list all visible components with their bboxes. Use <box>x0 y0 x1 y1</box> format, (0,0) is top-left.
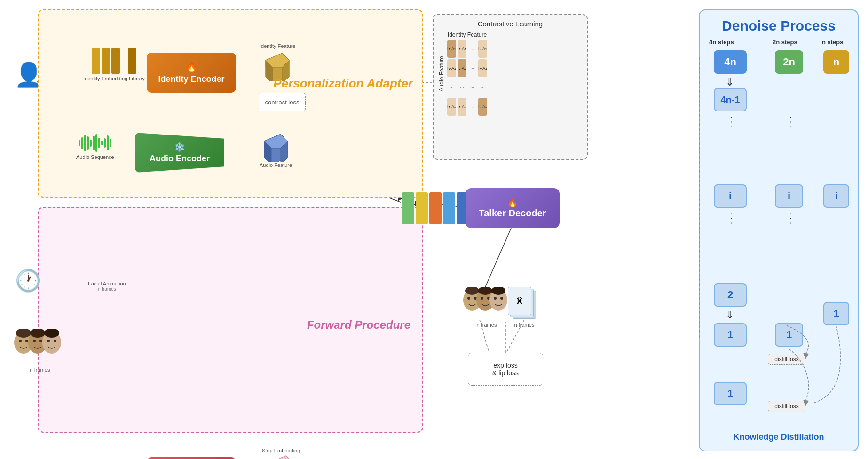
out-face3 <box>487 287 510 317</box>
wave-bar-6 <box>93 136 95 150</box>
svg-point-60 <box>467 297 470 300</box>
step-embedding-cube <box>267 453 295 459</box>
matrix-body: Identity Feature I₁·A₁ I₂·A₁ ··· Iₙ·A₁ I… <box>447 32 487 116</box>
audio-feature-rotated: Audio Feature <box>438 56 445 91</box>
step-n-box: n <box>823 50 849 74</box>
dots-col3: · · · <box>831 116 841 128</box>
step-2n-box: 2n <box>775 50 803 74</box>
feat-yellow <box>416 192 428 224</box>
cell-12: ··· <box>468 59 477 77</box>
svg-point-48 <box>19 340 22 342</box>
step-i-left-box: i <box>714 184 747 208</box>
identity-encoder-label: Identity Encoder <box>158 74 224 84</box>
step-embedding-block: Step Embedding <box>262 448 300 459</box>
forward-procedure-label: Forward Procedure <box>307 318 410 332</box>
arrow-4n-down: ⇓ <box>726 76 734 88</box>
wave-bar-4 <box>87 136 89 150</box>
audio-sequence-label: Audio Sequence <box>76 154 114 160</box>
facial-animation-label: Facial Animation n frames <box>88 281 126 292</box>
cell-33: Iₙ·Aₙ <box>478 98 487 116</box>
step-i-mid-box: i <box>775 184 803 208</box>
combined-features <box>402 190 469 226</box>
contrastive-title: Contrastive Learning <box>438 20 582 28</box>
book-stack: ... <box>92 48 137 74</box>
dots-col3-b: · · · <box>831 213 841 224</box>
matrix-grid: I₁·A₁ I₂·A₁ ··· Iₙ·A₁ I₁·A₂ I₂·A₂ ··· Iₙ… <box>447 40 487 116</box>
book2 <box>102 48 110 74</box>
wave-bar-11 <box>107 135 109 150</box>
contrast-loss-box: contrast loss <box>259 93 306 111</box>
distill-loss-2: distill loss <box>768 401 805 412</box>
output-n-frames: n frames <box>477 322 497 328</box>
xhat-frames: X̂ n frames <box>508 287 541 328</box>
waveform <box>79 134 111 152</box>
step-4n-box: 4n <box>714 50 747 74</box>
audio-feature-vlabel: Audio Feature <box>438 32 445 116</box>
wave-bar-8 <box>98 138 100 148</box>
cell-23: ··· <box>478 79 487 96</box>
n-frames-label-facial: n frames <box>88 286 126 292</box>
step-1-left-box: 1 <box>714 323 747 347</box>
cell-31: I₂·Aₙ <box>458 98 466 116</box>
left-section: 👤 ... Identity Embedding Library 🔥 Ident… <box>9 9 694 450</box>
svg-point-64 <box>481 297 483 300</box>
knowledge-label: Knowledge Distillation <box>704 432 853 442</box>
step-1-right-box: 1 <box>823 302 849 325</box>
steps-n-header: n steps <box>822 39 844 46</box>
cell-22: ··· <box>468 79 477 96</box>
contrast-loss-label: contrast loss <box>265 99 300 106</box>
step-embedding-label: Step Embedding <box>262 448 300 453</box>
svg-point-57 <box>54 340 56 342</box>
step-2-box: 2 <box>714 283 747 307</box>
identity-feature-label: Identity Feature <box>260 43 295 49</box>
cell-32: ··· <box>468 98 477 116</box>
xhat-f1: X̂ <box>508 287 531 315</box>
identity-feature-header: Identity Feature <box>447 32 487 38</box>
output-face-group <box>461 287 513 322</box>
cell-21: ··· <box>458 79 466 96</box>
svg-point-68 <box>494 297 497 300</box>
face3 <box>40 329 63 360</box>
wave-bar-1 <box>79 140 80 146</box>
personalization-box: ... Identity Embedding Library 🔥 Identit… <box>38 9 423 198</box>
denoise-title: Denoise Process <box>704 17 853 34</box>
feat-orange <box>429 192 442 224</box>
personalization-label: Personalization Adapter <box>273 76 413 91</box>
wave-bar-7 <box>95 134 97 152</box>
wave-bar-2 <box>81 137 83 149</box>
wave-bar-10 <box>104 138 106 148</box>
svg-marker-44 <box>269 456 293 459</box>
contrastive-matrix-container: Audio Feature Identity Feature I₁·A₁ I₂·… <box>438 32 582 116</box>
denoise-panel: Denoise Process 4n steps 2n steps n step… <box>699 9 859 451</box>
wave-bar-12 <box>110 139 111 147</box>
step-1-bottom-box: 1 <box>714 382 747 405</box>
svg-point-52 <box>33 340 36 342</box>
feat-blue <box>443 192 455 224</box>
face-group-left <box>12 329 68 367</box>
flame-icon-talker: 🔥 <box>507 198 518 208</box>
cell-01: I₂·A₁ <box>458 40 466 58</box>
dots: ... <box>121 48 127 74</box>
cell-11: I₂·A₂ <box>458 59 466 77</box>
identity-encoder-block: 🔥 Identity Encoder <box>147 53 236 93</box>
cell-13: Iₙ·A₂ <box>478 59 487 77</box>
book1 <box>92 48 100 74</box>
talker-decoder-block: 🔥 Talker Decoder <box>466 188 560 228</box>
identity-library: ... Identity Embedding Library <box>83 48 145 81</box>
step-encoder-block: 🔥 Step Encoder <box>147 457 236 459</box>
steps-4n-header: 4n steps <box>709 39 734 46</box>
wave-bar-9 <box>101 141 103 145</box>
svg-point-56 <box>47 340 50 342</box>
feat-green <box>402 192 414 224</box>
cell-03: Iₙ·A₁ <box>478 40 487 58</box>
cell-10: I₁·A₂ <box>447 59 456 77</box>
wave-bar-5 <box>90 140 92 147</box>
arrow-2-down: ⇓ <box>726 309 734 321</box>
book3 <box>111 48 120 74</box>
audio-feature-label: Audio Feature <box>260 162 292 168</box>
dots-col1-b: · · · <box>726 213 736 224</box>
xhat-stack: X̂ <box>508 287 541 322</box>
step-i-right-box: i <box>823 184 849 208</box>
svg-point-69 <box>500 297 503 300</box>
audio-sequence-block: Audio Sequence <box>76 134 114 160</box>
